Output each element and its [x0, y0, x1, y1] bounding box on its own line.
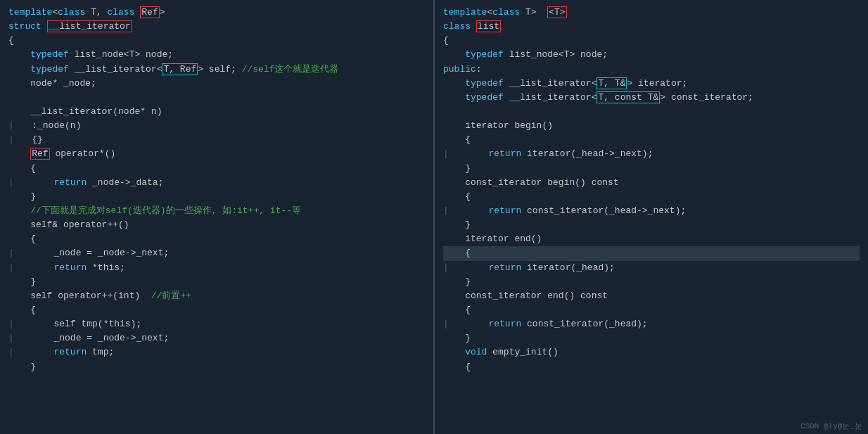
code-line: node* _node;	[8, 77, 425, 91]
watermark: CSDN @ly@눈_눈	[800, 421, 862, 431]
code-line: __list_iterator(node* n)	[8, 105, 425, 119]
code-line: Ref operator*()	[8, 147, 425, 161]
code-line: | _node = _node->_next;	[8, 331, 425, 345]
code-line: {	[443, 303, 860, 317]
code-line: | _node = _node->_next;	[8, 246, 425, 260]
left-panel: template<class T, class Ref> struct __li…	[0, 0, 435, 434]
code-line: self& operator++()	[8, 218, 425, 232]
code-line: typedef list_node<T> node;	[8, 48, 425, 62]
code-line: {	[8, 303, 425, 317]
code-line: typedef __list_iterator<T, Ref> self; //…	[8, 63, 425, 77]
code-line: //下面就是完成对self(迭代器)的一些操作, 如:it++, it--等	[8, 204, 425, 218]
code-line: {	[8, 34, 425, 48]
code-line: iterator end()	[443, 232, 860, 246]
code-line: | return const_iterator(_head->_next);	[443, 204, 860, 218]
code-line: {	[443, 190, 860, 204]
code-line: {	[443, 34, 860, 48]
code-line: | return iterator(_head);	[443, 261, 860, 275]
code-line: {	[8, 232, 425, 246]
code-line: | :_node(n)	[8, 119, 425, 133]
code-line: iterator begin()	[443, 119, 860, 133]
code-line: struct __list_iterator	[8, 20, 425, 34]
code-line: {	[443, 133, 860, 147]
code-line: | return _node->_data;	[8, 176, 425, 190]
code-line	[443, 105, 860, 119]
code-line	[8, 91, 425, 105]
code-line: template<class T> <T>	[443, 6, 860, 20]
code-line: | return tmp;	[8, 345, 425, 359]
code-line: {	[443, 246, 860, 260]
code-line: }	[443, 275, 860, 289]
code-line: }	[443, 162, 860, 176]
code-line: | return const_iterator(_head);	[443, 317, 860, 331]
code-line: | return iterator(_head->_next);	[443, 147, 860, 161]
code-line: self operator++(int) //前置++	[8, 289, 425, 303]
code-line: const_iterator end() const	[443, 289, 860, 303]
code-line: | return *this;	[8, 261, 425, 275]
code-line: }	[8, 360, 425, 374]
right-panel: template<class T> <T> class list { typed…	[435, 0, 868, 434]
code-line: | {}	[8, 133, 425, 147]
code-line: class list	[443, 20, 860, 34]
code-line: {	[8, 162, 425, 176]
code-line: | self tmp(*this);	[8, 317, 425, 331]
code-line: }	[443, 218, 860, 232]
code-line: typedef __list_iterator<T, T&> iterator;	[443, 77, 860, 91]
code-line: const_iterator begin() const	[443, 176, 860, 190]
code-line: template<class T, class Ref>	[8, 6, 425, 20]
code-line: }	[8, 275, 425, 289]
code-line: public:	[443, 63, 860, 77]
code-line: void empty_init()	[443, 345, 860, 359]
code-line: {	[443, 360, 860, 374]
code-line: }	[443, 331, 860, 345]
code-container: template<class T, class Ref> struct __li…	[0, 0, 868, 434]
code-line: typedef list_node<T> node;	[443, 48, 860, 62]
code-line: typedef __list_iterator<T, const T&> con…	[443, 91, 860, 105]
code-line: }	[8, 190, 425, 204]
